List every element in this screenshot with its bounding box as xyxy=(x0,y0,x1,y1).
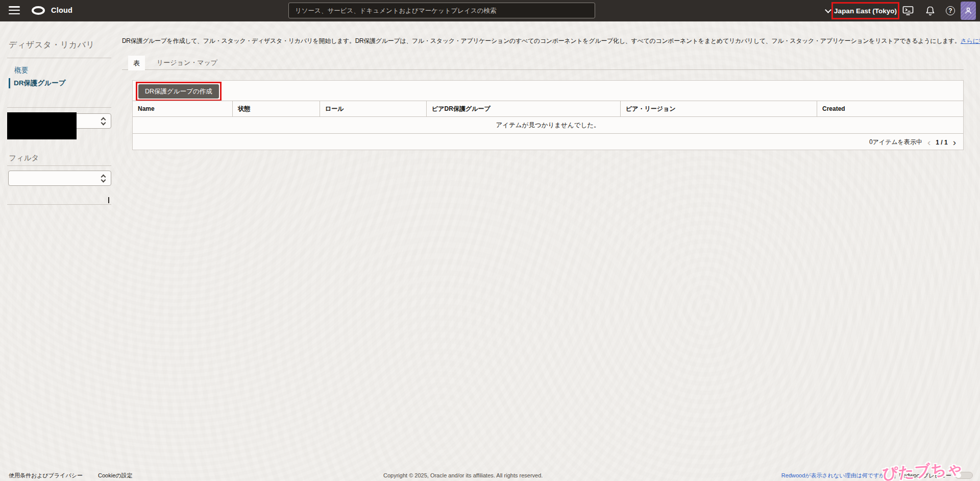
terms-privacy-link[interactable]: 使用条件およびプライバシー xyxy=(9,472,83,479)
filter-select[interactable] xyxy=(8,171,111,186)
table-empty-state: アイテムが見つかりませんでした。 xyxy=(133,117,963,134)
create-dr-protection-group-button[interactable]: DR保護グループの作成 xyxy=(138,84,219,99)
column-header-created: Created xyxy=(817,101,963,116)
column-header-peer-dr-group: ピアDR保護グループ xyxy=(427,101,621,116)
cloud-shell-icon[interactable] xyxy=(902,5,914,16)
cookie-settings-link[interactable]: Cookieの設定 xyxy=(98,472,133,479)
oracle-cloud-console: Cloud Japan East (Tokyo) ? xyxy=(0,0,980,481)
redwood-help-link[interactable]: Redwoodが表示されない理由は何ですか。 xyxy=(781,472,891,479)
learn-more-link[interactable]: さらに学ぶ。 xyxy=(961,37,980,44)
top-navigation-bar: Cloud Japan East (Tokyo) ? xyxy=(0,0,980,21)
redacted-compartment-name xyxy=(7,112,77,139)
table-header-row: Name 状態 ロール ピアDR保護グループ ピア・リージョン Created xyxy=(133,101,963,117)
user-avatar[interactable] xyxy=(961,2,976,20)
intro-text: DR保護グループを作成して、フル・スタック・ディザスタ・リカバリを開始します。D… xyxy=(122,37,969,45)
divider xyxy=(7,107,111,108)
column-header-peer-region: ピア・リージョン xyxy=(621,101,817,116)
sidebar-item-overview[interactable]: 概要 xyxy=(14,66,28,75)
items-shown-count: 0アイテムを表示中 xyxy=(869,138,922,147)
help-icon[interactable]: ? xyxy=(945,5,956,16)
column-header-name: Name xyxy=(133,101,233,116)
pagination-row: 0アイテムを表示中 ‹ 1 / 1 › xyxy=(133,134,963,151)
region-selector[interactable]: Japan East (Tokyo) xyxy=(834,7,897,15)
tab-table[interactable]: 表 xyxy=(128,56,145,70)
copyright-text: Copyright © 2025, Oracle and/or its affi… xyxy=(383,470,543,481)
create-button-highlight-box: DR保護グループの作成 xyxy=(136,82,222,101)
text-cursor-mark xyxy=(108,197,109,203)
select-stepper-icon xyxy=(101,117,106,126)
divider xyxy=(7,165,111,166)
hamburger-menu-icon[interactable] xyxy=(9,6,20,15)
footer: 使用条件およびプライバシー Cookieの設定 Copyright © 2025… xyxy=(0,470,980,481)
notifications-bell-icon[interactable] xyxy=(924,5,936,16)
select-stepper-icon xyxy=(101,174,106,183)
divider xyxy=(7,58,111,58)
brand-title: Cloud xyxy=(51,6,72,14)
person-icon xyxy=(964,7,972,15)
sidebar-item-dr-protection-groups[interactable]: DR保護グループ xyxy=(9,78,65,88)
divider xyxy=(7,204,111,205)
sidebar-title: ディザスタ・リカバリ xyxy=(9,40,94,51)
chevron-down-icon[interactable] xyxy=(825,7,831,13)
next-page-icon[interactable]: › xyxy=(953,137,956,147)
previous-page-icon[interactable]: ‹ xyxy=(927,137,930,147)
oracle-logo-icon[interactable] xyxy=(32,6,45,15)
column-header-role: ロール xyxy=(320,101,427,116)
tab-region-map[interactable]: リージョン・マップ xyxy=(152,56,223,70)
page-indicator: 1 / 1 xyxy=(936,139,947,146)
search-input[interactable] xyxy=(288,3,595,18)
dr-protection-groups-panel: DR保護グループの作成 Name 状態 ロール ピアDR保護グループ ピア・リー… xyxy=(132,80,964,150)
column-header-state: 状態 xyxy=(233,101,320,116)
channel-watermark: ぴたブちゃんねる xyxy=(881,456,980,481)
region-highlight-box: Japan East (Tokyo) xyxy=(831,2,899,19)
filter-section-title: フィルタ xyxy=(9,153,39,163)
tab-bar: 表 リージョン・マップ xyxy=(122,56,964,70)
